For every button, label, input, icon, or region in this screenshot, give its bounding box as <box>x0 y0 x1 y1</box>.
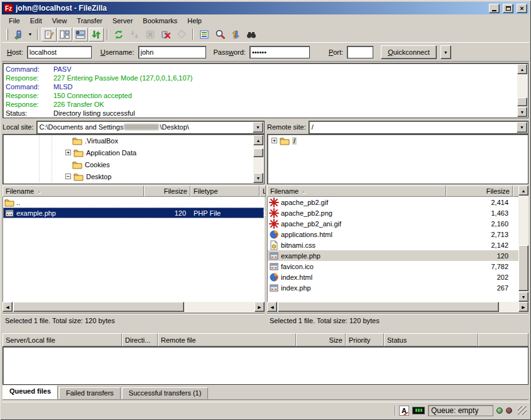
directory-comparison-button[interactable] <box>212 28 227 41</box>
tree-expander-plus-icon[interactable]: + <box>65 150 71 155</box>
tree-expander-minus-icon[interactable]: − <box>65 174 71 179</box>
local-file-row-selected[interactable]: example.php 120 PHP File 1 <box>3 207 264 218</box>
tree-item-root[interactable]: + / <box>268 135 528 146</box>
title-bar[interactable]: Fz john@localhost - FileZilla × <box>2 2 529 14</box>
scroll-down-icon[interactable]: ▼ <box>253 173 263 183</box>
column-filesize[interactable]: Filesize <box>144 185 190 197</box>
host-input[interactable] <box>27 46 92 58</box>
combo-dropdown-icon[interactable]: ▼ <box>517 122 527 133</box>
column-size[interactable]: Size <box>296 333 346 346</box>
site-manager-dropdown[interactable]: ▼ <box>26 28 34 41</box>
minimize-button[interactable] <box>489 4 500 13</box>
remote-file-row[interactable]: index.php 267 <box>268 282 518 293</box>
column-server-local-file[interactable]: Server/Local file <box>3 333 122 346</box>
local-hscrollbar[interactable]: ◀ ▶ <box>3 302 265 312</box>
column-direction[interactable]: Directi... <box>122 333 158 346</box>
message-log[interactable]: Command:PASV Response:227 Entering Passi… <box>3 63 528 118</box>
parent-directory-row[interactable]: .. <box>3 197 264 207</box>
column-last-modified[interactable]: L <box>260 185 266 197</box>
local-file-list[interactable]: .. example.php 120 PHP File 1 <box>3 197 265 302</box>
port-input[interactable] <box>347 46 373 58</box>
quickconnect-button[interactable]: Quickconnect <box>381 45 437 59</box>
column-priority[interactable]: Priority <box>346 333 384 346</box>
toolbar-grip[interactable] <box>6 29 8 40</box>
column-filesize[interactable]: Filesize <box>446 185 513 197</box>
scroll-left-icon[interactable]: ◀ <box>267 302 277 312</box>
find-files-button[interactable] <box>244 28 259 41</box>
scroll-thumb[interactable] <box>278 302 499 312</box>
scroll-up-icon[interactable]: ▲ <box>517 64 527 74</box>
column-filename[interactable]: Filename▲ <box>3 185 144 197</box>
remote-file-row[interactable]: apache_pb2_ani.gif 2,160 <box>268 218 518 229</box>
local-tree[interactable]: .VirtualBox + Application Data Cookies −… <box>3 134 265 184</box>
menu-server[interactable]: Server <box>107 16 138 26</box>
refresh-button[interactable] <box>111 28 126 41</box>
username-input[interactable] <box>138 46 206 58</box>
site-manager-button[interactable] <box>11 28 26 41</box>
tree-item-application-data[interactable]: + Application Data <box>3 146 264 158</box>
remote-file-row-selected[interactable]: example.php 120 <box>268 250 518 261</box>
toggle-message-log-button[interactable] <box>41 28 57 41</box>
column-remote-file[interactable]: Remote file <box>158 333 296 346</box>
tree-item-virtualbox[interactable]: .VirtualBox <box>3 135 264 146</box>
local-site-combo[interactable]: C:\Documents and Settings\Desktop\ ▼ <box>36 121 265 134</box>
scroll-thumb[interactable] <box>517 97 527 106</box>
remote-site-combo[interactable]: / ▼ <box>309 121 528 134</box>
column-filename[interactable]: Filename▲ <box>267 185 446 197</box>
log-scrollbar[interactable]: ▲ ▼ <box>517 64 527 117</box>
abort-button[interactable] <box>174 28 189 41</box>
menu-bookmarks[interactable]: Bookmarks <box>138 16 182 26</box>
quickconnect-dropdown[interactable]: ▼ <box>441 45 451 59</box>
close-button[interactable]: × <box>517 4 527 13</box>
scroll-thumb[interactable] <box>13 302 184 312</box>
scroll-down-icon[interactable]: ▼ <box>517 107 527 117</box>
scroll-down-icon[interactable]: ▼ <box>518 292 528 302</box>
tree-item-desktop[interactable]: − Desktop <box>3 170 264 182</box>
remote-file-row[interactable]: index.html 202 <box>268 272 518 282</box>
toggle-transfer-queue-button[interactable] <box>89 28 104 41</box>
tab-failed-transfers[interactable]: Failed transfers <box>59 387 121 399</box>
resize-grip[interactable] <box>518 406 527 415</box>
remote-file-row[interactable]: applications.html 2,713 <box>268 229 518 240</box>
maximize-button[interactable] <box>503 4 513 13</box>
remote-tree[interactable]: + / <box>267 134 528 184</box>
remote-file-row[interactable]: favicon.ico 7,782 <box>268 261 518 272</box>
indicator-badge-icon[interactable] <box>412 407 425 414</box>
menu-edit[interactable]: Edit <box>25 16 47 26</box>
menu-transfer[interactable]: Transfer <box>72 16 107 26</box>
ascii-datatype-icon[interactable]: A <box>399 406 409 416</box>
remote-hscrollbar[interactable]: ◀ ▶ <box>267 302 528 312</box>
combo-dropdown-icon[interactable]: ▼ <box>253 122 263 133</box>
synchronized-browsing-button[interactable] <box>228 28 243 41</box>
tab-queued-files[interactable]: Queued files <box>3 385 58 399</box>
scroll-left-icon[interactable]: ◀ <box>3 302 13 312</box>
toggle-local-tree-button[interactable] <box>57 28 72 41</box>
remote-file-list[interactable]: apache_pb2.gif 2,414 apache_pb2.png 1,46… <box>267 197 518 302</box>
remote-file-row[interactable]: bitnami.css 2,142 <box>268 240 518 250</box>
tab-successful-transfers[interactable]: Successful transfers (1) <box>122 387 209 399</box>
queue-body[interactable] <box>3 346 528 385</box>
remote-file-row[interactable]: apache_pb2.gif 2,414 <box>268 197 518 207</box>
tree-expander-plus-icon[interactable]: + <box>271 138 277 143</box>
process-queue-button[interactable] <box>127 28 142 41</box>
column-filetype[interactable]: Filetype <box>190 185 260 197</box>
scroll-thumb[interactable] <box>518 245 528 291</box>
filter-button[interactable] <box>197 28 212 41</box>
scroll-thumb[interactable] <box>253 148 263 157</box>
remote-file-row[interactable]: apache_pb2.png 1,463 <box>268 207 518 218</box>
toggle-remote-tree-button[interactable] <box>73 28 88 41</box>
remote-list-scrollbar[interactable]: ▲ ▼ <box>518 185 528 302</box>
local-tree-scrollbar[interactable]: ▲ ▼ <box>253 135 263 183</box>
scroll-up-icon[interactable]: ▲ <box>253 135 263 145</box>
menu-help[interactable]: Help <box>182 16 207 26</box>
tree-item-cookies[interactable]: Cookies <box>3 158 264 170</box>
menu-file[interactable]: File <box>4 16 25 26</box>
scroll-right-icon[interactable]: ▶ <box>255 302 265 312</box>
disconnect-button[interactable] <box>158 28 173 41</box>
scroll-up-icon[interactable]: ▲ <box>518 185 528 196</box>
cancel-operation-button[interactable] <box>143 28 158 41</box>
menu-view[interactable]: View <box>47 16 72 26</box>
scroll-right-icon[interactable]: ▶ <box>518 302 528 312</box>
password-input[interactable] <box>249 46 310 58</box>
column-status[interactable]: Status <box>384 333 478 346</box>
